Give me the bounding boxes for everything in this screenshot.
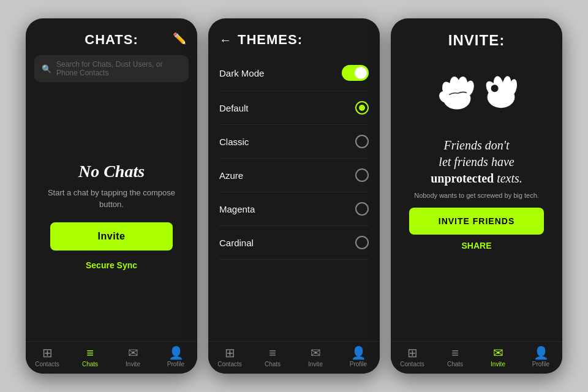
contacts-label-t: Contacts [217,361,241,368]
search-bar[interactable]: 🔍 Search for Chats, Dust Users, or Phone… [34,55,189,82]
nav-invite[interactable]: ✉ Invite [111,347,154,368]
bottom-nav-themes: ⊞ Contacts ≡ Chats ✉ Invite 👤 Profile [208,341,380,374]
invite-content: INVITE: [391,18,562,341]
chats-icon-t: ≡ [269,347,276,359]
darkmode-toggle[interactable] [342,65,369,81]
invite-label-active: Invite [491,361,505,368]
theme-darkmode-label: Dark Mode [219,68,264,78]
secure-sync-link[interactable]: Secure Sync [86,260,137,270]
theme-row-magenta[interactable]: Magenta [219,192,369,226]
invite-label: Invite [126,361,140,368]
themes-header: ← THEMES: [208,18,380,55]
nav-chats-active[interactable]: ≡ Chats [69,347,111,368]
search-icon: 🔍 [42,64,51,74]
nav-profile[interactable]: 👤 Profile [154,347,197,368]
nav-contacts[interactable]: ⊞ Contacts [26,347,69,368]
tagline-line1: Friends don't [443,138,509,152]
chats-label: Chats [82,361,98,368]
back-button[interactable]: ← [219,33,232,47]
contacts-icon-t: ⊞ [225,347,235,359]
share-link[interactable]: SHARE [461,241,491,251]
bottom-nav-chats: ⊞ Contacts ≡ Chats ✉ Invite 👤 Profile [26,341,197,374]
contacts-label-i: Contacts [400,361,424,368]
radio-magenta[interactable] [355,202,369,216]
phone-invite: INVITE: [391,18,562,374]
theme-row-azure[interactable]: Azure [219,159,369,192]
hands-svg [428,60,526,127]
nav-invite-t[interactable]: ✉ Invite [294,347,337,368]
empty-state: No Chats Start a chat by tapping the com… [26,91,197,341]
profile-icon-i: 👤 [533,347,549,359]
invite-subtitle: Nobody wants to get screwed by big tech. [414,192,539,199]
profile-label-i: Profile [532,361,549,368]
chats-title: CHATS: [85,32,138,48]
profile-label: Profile [167,361,184,368]
tagline-bold: unprotected [431,172,494,185]
nav-chats-t[interactable]: ≡ Chats [251,347,294,368]
nav-profile-i[interactable]: 👤 Profile [519,347,562,368]
tagline-line2: let friends have [439,155,514,168]
theme-default-label: Default [219,103,249,113]
profile-icon-t: 👤 [351,347,366,359]
contacts-icon: ⊞ [42,347,53,359]
chats-icon: ≡ [86,347,94,359]
profile-icon: 👤 [168,347,184,359]
tagline-end: texts. [494,172,522,185]
invite-tagline: Friends don't let friends have unprotect… [431,137,522,187]
chats-icon-i: ≡ [451,347,459,359]
invite-title: INVITE: [448,32,505,49]
nav-invite-active[interactable]: ✉ Invite [477,347,519,368]
radio-cardinal[interactable] [355,236,369,249]
phone-themes: ← THEMES: Dark Mode Default Classic Azur… [208,18,380,374]
no-chats-title: No Chats [78,162,145,181]
radio-default[interactable] [355,101,369,115]
theme-magenta-label: Magenta [219,204,255,214]
theme-classic-label: Classic [219,137,249,147]
bottom-nav-invite: ⊞ Contacts ≡ Chats ✉ Invite 👤 Profile [391,341,562,374]
nav-contacts-t[interactable]: ⊞ Contacts [208,347,251,368]
theme-row-classic[interactable]: Classic [219,125,369,159]
nav-profile-t[interactable]: 👤 Profile [337,347,380,368]
nav-chats-i[interactable]: ≡ Chats [434,347,477,368]
theme-row-darkmode[interactable]: Dark Mode [219,55,369,91]
contacts-label: Contacts [35,361,59,368]
theme-row-default[interactable]: Default [219,91,369,125]
nav-contacts-i[interactable]: ⊞ Contacts [391,347,434,368]
invite-label-t: Invite [308,361,323,368]
chats-label-t: Chats [265,361,281,368]
compose-icon[interactable]: ✏️ [173,32,186,45]
radio-classic[interactable] [355,135,369,148]
chats-label-i: Chats [447,361,463,368]
themes-title: THEMES: [238,32,303,48]
invite-friends-button[interactable]: INVITE FRIENDS [409,208,544,235]
invite-icon-t: ✉ [311,347,321,359]
invite-icon-active: ✉ [493,347,503,359]
radio-inner [359,105,365,111]
search-placeholder-text: Search for Chats, Dust Users, or Phone C… [56,60,181,77]
no-chats-subtitle: Start a chat by tapping the compose butt… [44,187,179,209]
theme-row-cardinal[interactable]: Cardinal [219,226,369,260]
chats-header: CHATS: ✏️ [26,18,197,55]
profile-label-t: Profile [350,361,367,368]
contacts-icon-i: ⊞ [407,347,418,359]
theme-list: Dark Mode Default Classic Azure Magenta [208,55,380,260]
toggle-knob [355,67,367,79]
phone-chats: CHATS: ✏️ 🔍 Search for Chats, Dust Users… [26,18,197,374]
theme-azure-label: Azure [219,170,243,181]
theme-cardinal-label: Cardinal [219,238,254,248]
invite-button[interactable]: Invite [50,222,173,251]
invite-icon: ✉ [128,347,138,359]
svg-point-9 [490,84,499,92]
radio-azure[interactable] [355,168,369,182]
